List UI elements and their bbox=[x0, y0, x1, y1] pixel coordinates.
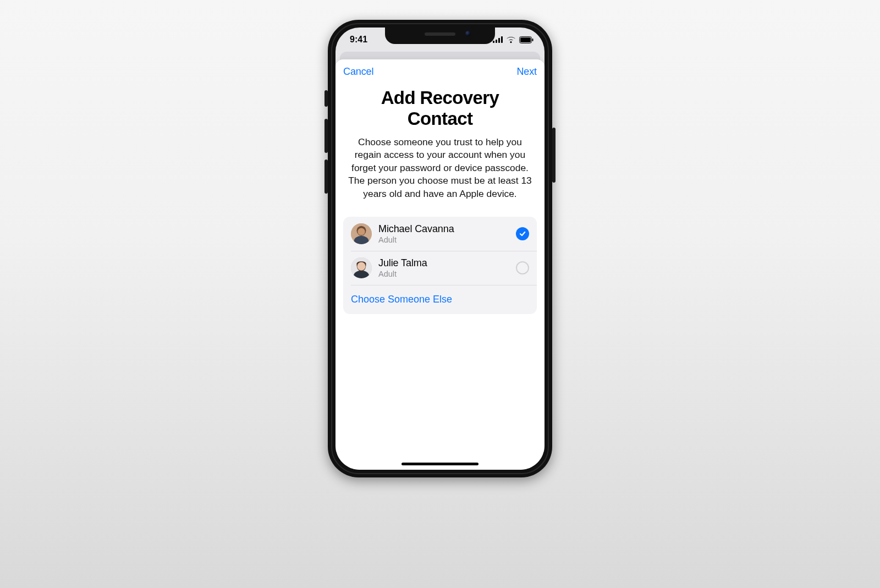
sheet-navbar: Cancel Next bbox=[336, 63, 544, 80]
svg-rect-2 bbox=[532, 39, 534, 41]
svg-point-6 bbox=[358, 228, 365, 235]
choose-someone-else-button[interactable]: Choose Someone Else bbox=[343, 285, 537, 314]
status-time: 9:41 bbox=[350, 35, 367, 45]
battery-icon bbox=[519, 36, 534, 43]
volume-up-button bbox=[324, 119, 328, 153]
page-description: Choose someone you trust to help you reg… bbox=[343, 136, 537, 200]
screen: 9:41 bbox=[336, 28, 544, 470]
front-camera bbox=[465, 31, 471, 36]
contact-name: Michael Cavanna bbox=[378, 223, 516, 235]
contact-row-julie[interactable]: Julie Talma Adult bbox=[343, 251, 537, 285]
svg-rect-1 bbox=[520, 37, 531, 42]
contact-subtitle: Adult bbox=[378, 270, 516, 278]
contact-name: Julie Talma bbox=[378, 257, 516, 269]
contact-subtitle: Adult bbox=[378, 235, 516, 244]
power-button bbox=[552, 128, 556, 183]
contacts-card: Michael Cavanna Adult bbox=[343, 217, 537, 314]
avatar bbox=[351, 257, 372, 278]
home-indicator[interactable] bbox=[402, 463, 479, 465]
wifi-icon bbox=[506, 36, 516, 43]
page-title: Add Recovery Contact bbox=[349, 87, 531, 129]
notch bbox=[385, 28, 495, 44]
avatar bbox=[351, 223, 372, 244]
checkmark-selected-icon[interactable] bbox=[516, 227, 529, 240]
cancel-button[interactable]: Cancel bbox=[343, 66, 373, 78]
svg-point-9 bbox=[357, 262, 365, 271]
contact-row-michael[interactable]: Michael Cavanna Adult bbox=[343, 217, 537, 251]
phone-frame: 9:41 bbox=[328, 20, 552, 477]
volume-down-button bbox=[324, 160, 328, 194]
speaker-grille bbox=[425, 32, 455, 36]
modal-sheet: Cancel Next Add Recovery Contact Choose … bbox=[336, 59, 544, 470]
radio-unselected-icon[interactable] bbox=[516, 261, 529, 274]
next-button[interactable]: Next bbox=[516, 66, 537, 78]
mute-switch bbox=[324, 90, 328, 107]
